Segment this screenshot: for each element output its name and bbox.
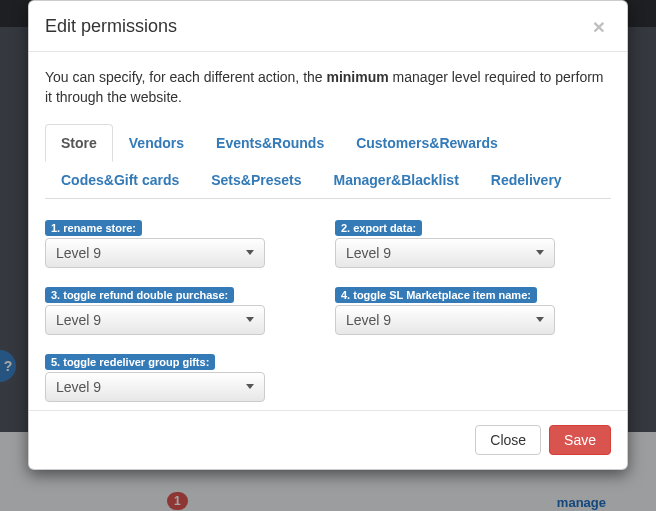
permission-level-select[interactable]: Level 9 [45,238,265,268]
chevron-down-icon [246,384,254,389]
permission-level-select[interactable]: Level 9 [335,238,555,268]
modal-header: Edit permissions × [29,1,627,52]
intro-pre: You can specify, for each different acti… [45,69,326,85]
permission-label: 1. rename store: [45,220,142,236]
tab-manager-blacklist[interactable]: Manager&Blacklist [318,161,475,199]
tab-codes-gift-cards[interactable]: Codes&Gift cards [45,161,195,199]
permission-label: 5. toggle redeliver group gifts: [45,354,215,370]
permission-item: 2. export data:Level 9 [335,219,585,268]
intro-text: You can specify, for each different acti… [45,67,611,108]
close-icon[interactable]: × [587,15,611,38]
permission-level-value: Level 9 [346,312,391,328]
modal-footer: Close Save [29,410,627,469]
permission-level-value: Level 9 [56,245,101,261]
modal-title: Edit permissions [45,16,611,37]
chevron-down-icon [536,317,544,322]
close-button[interactable]: Close [475,425,541,455]
tab-events-rounds[interactable]: Events&Rounds [200,124,340,162]
permission-item: 1. rename store:Level 9 [45,219,295,268]
chevron-down-icon [246,317,254,322]
tab-customers-rewards[interactable]: Customers&Rewards [340,124,514,162]
permission-level-value: Level 9 [346,245,391,261]
tab-sets-presets[interactable]: Sets&Presets [195,161,317,199]
permission-label: 2. export data: [335,220,422,236]
permissions-grid: 1. rename store:Level 92. export data:Le… [45,199,611,402]
intro-bold: minimum [326,69,388,85]
permission-item: 4. toggle SL Marketplace item name:Level… [335,286,585,335]
permission-label: 3. toggle refund double purchase: [45,287,234,303]
chevron-down-icon [536,250,544,255]
permission-level-value: Level 9 [56,312,101,328]
save-button[interactable]: Save [549,425,611,455]
tab-redelivery[interactable]: Redelivery [475,161,578,199]
permission-label: 4. toggle SL Marketplace item name: [335,287,537,303]
modal-body: You can specify, for each different acti… [29,52,627,410]
permission-level-select[interactable]: Level 9 [45,372,265,402]
tab-store[interactable]: Store [45,124,113,162]
tab-vendors[interactable]: Vendors [113,124,200,162]
permission-item: 3. toggle refund double purchase:Level 9 [45,286,295,335]
chevron-down-icon [246,250,254,255]
permission-item: 5. toggle redeliver group gifts:Level 9 [45,353,295,402]
tabs: StoreVendorsEvents&RoundsCustomers&Rewar… [45,124,611,199]
permission-level-select[interactable]: Level 9 [335,305,555,335]
permission-level-select[interactable]: Level 9 [45,305,265,335]
edit-permissions-modal: Edit permissions × You can specify, for … [28,0,628,470]
permission-level-value: Level 9 [56,379,101,395]
